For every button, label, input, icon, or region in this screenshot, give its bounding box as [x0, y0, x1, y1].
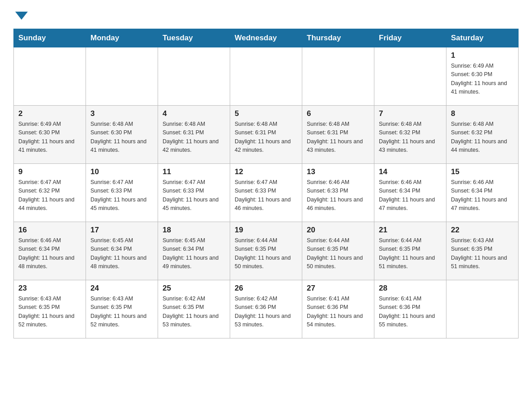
day-info: Sunrise: 6:45 AM Sunset: 6:34 PM Dayligh…: [90, 236, 153, 271]
day-info: Sunrise: 6:47 AM Sunset: 6:33 PM Dayligh…: [235, 178, 297, 213]
calendar-cell: 23Sunrise: 6:43 AM Sunset: 6:35 PM Dayli…: [14, 280, 86, 338]
day-info: Sunrise: 6:41 AM Sunset: 6:36 PM Dayligh…: [307, 295, 369, 330]
calendar-week-row: 2Sunrise: 6:49 AM Sunset: 6:30 PM Daylig…: [14, 106, 519, 164]
weekday-header-wednesday: Wednesday: [230, 29, 302, 47]
weekday-header-thursday: Thursday: [302, 29, 374, 47]
calendar-cell: 1Sunrise: 6:49 AM Sunset: 6:30 PM Daylig…: [446, 47, 519, 106]
day-info: Sunrise: 6:44 AM Sunset: 6:35 PM Dayligh…: [307, 236, 369, 271]
calendar-table: SundayMondayTuesdayWednesdayThursdayFrid…: [13, 29, 519, 338]
day-info: Sunrise: 6:46 AM Sunset: 6:34 PM Dayligh…: [18, 236, 81, 271]
calendar-cell: [446, 280, 519, 338]
day-number: 27: [307, 284, 369, 293]
day-info: Sunrise: 6:43 AM Sunset: 6:35 PM Dayligh…: [90, 295, 153, 330]
calendar-cell: [374, 47, 446, 106]
day-number: 15: [451, 167, 514, 176]
calendar-cell: 21Sunrise: 6:44 AM Sunset: 6:35 PM Dayli…: [374, 222, 446, 280]
calendar-cell: 11Sunrise: 6:47 AM Sunset: 6:33 PM Dayli…: [158, 164, 230, 222]
day-info: Sunrise: 6:48 AM Sunset: 6:31 PM Dayligh…: [307, 120, 369, 155]
calendar-cell: 7Sunrise: 6:48 AM Sunset: 6:32 PM Daylig…: [374, 106, 446, 164]
day-number: 10: [90, 167, 153, 176]
calendar-cell: 28Sunrise: 6:41 AM Sunset: 6:36 PM Dayli…: [374, 280, 446, 338]
calendar-cell: 9Sunrise: 6:47 AM Sunset: 6:32 PM Daylig…: [14, 164, 86, 222]
calendar-cell: 20Sunrise: 6:44 AM Sunset: 6:35 PM Dayli…: [302, 222, 374, 280]
day-number: 12: [235, 167, 297, 176]
logo: [13, 9, 28, 20]
weekday-header-row: SundayMondayTuesdayWednesdayThursdayFrid…: [14, 29, 519, 47]
day-info: Sunrise: 6:44 AM Sunset: 6:35 PM Dayligh…: [379, 236, 442, 271]
calendar-cell: 24Sunrise: 6:43 AM Sunset: 6:35 PM Dayli…: [86, 280, 158, 338]
calendar-cell: 13Sunrise: 6:46 AM Sunset: 6:33 PM Dayli…: [302, 164, 374, 222]
day-number: 17: [90, 226, 153, 235]
calendar-cell: 26Sunrise: 6:42 AM Sunset: 6:36 PM Dayli…: [230, 280, 302, 338]
day-number: 16: [18, 226, 81, 235]
day-number: 26: [235, 284, 297, 293]
page-header: [13, 9, 519, 20]
day-info: Sunrise: 6:47 AM Sunset: 6:33 PM Dayligh…: [163, 178, 225, 213]
calendar-week-row: 16Sunrise: 6:46 AM Sunset: 6:34 PM Dayli…: [14, 222, 519, 280]
calendar-cell: 16Sunrise: 6:46 AM Sunset: 6:34 PM Dayli…: [14, 222, 86, 280]
weekday-header-friday: Friday: [374, 29, 446, 47]
calendar-cell: 12Sunrise: 6:47 AM Sunset: 6:33 PM Dayli…: [230, 164, 302, 222]
day-info: Sunrise: 6:43 AM Sunset: 6:35 PM Dayligh…: [451, 236, 514, 271]
calendar-cell: 22Sunrise: 6:43 AM Sunset: 6:35 PM Dayli…: [446, 222, 519, 280]
day-info: Sunrise: 6:46 AM Sunset: 6:34 PM Dayligh…: [451, 178, 514, 213]
calendar-cell: [86, 47, 158, 106]
calendar-cell: 19Sunrise: 6:44 AM Sunset: 6:35 PM Dayli…: [230, 222, 302, 280]
calendar-cell: 5Sunrise: 6:48 AM Sunset: 6:31 PM Daylig…: [230, 106, 302, 164]
calendar-cell: 17Sunrise: 6:45 AM Sunset: 6:34 PM Dayli…: [86, 222, 158, 280]
day-info: Sunrise: 6:48 AM Sunset: 6:31 PM Dayligh…: [235, 120, 297, 155]
day-number: 21: [379, 226, 442, 235]
calendar-cell: 25Sunrise: 6:42 AM Sunset: 6:35 PM Dayli…: [158, 280, 230, 338]
weekday-header-tuesday: Tuesday: [158, 29, 230, 47]
calendar-cell: 18Sunrise: 6:45 AM Sunset: 6:34 PM Dayli…: [158, 222, 230, 280]
calendar-cell: 3Sunrise: 6:48 AM Sunset: 6:30 PM Daylig…: [86, 106, 158, 164]
day-info: Sunrise: 6:46 AM Sunset: 6:33 PM Dayligh…: [307, 178, 369, 213]
calendar-cell: 4Sunrise: 6:48 AM Sunset: 6:31 PM Daylig…: [158, 106, 230, 164]
calendar-cell: 15Sunrise: 6:46 AM Sunset: 6:34 PM Dayli…: [446, 164, 519, 222]
day-info: Sunrise: 6:42 AM Sunset: 6:35 PM Dayligh…: [163, 295, 225, 330]
calendar-cell: 8Sunrise: 6:48 AM Sunset: 6:32 PM Daylig…: [446, 106, 519, 164]
day-number: 5: [235, 109, 297, 118]
day-number: 4: [163, 109, 225, 118]
weekday-header-monday: Monday: [86, 29, 158, 47]
day-number: 25: [163, 284, 225, 293]
day-number: 22: [451, 226, 514, 235]
calendar-week-row: 9Sunrise: 6:47 AM Sunset: 6:32 PM Daylig…: [14, 164, 519, 222]
day-info: Sunrise: 6:41 AM Sunset: 6:36 PM Dayligh…: [379, 295, 442, 330]
weekday-header-saturday: Saturday: [446, 29, 519, 47]
day-number: 9: [18, 167, 81, 176]
day-number: 8: [451, 109, 514, 118]
day-info: Sunrise: 6:48 AM Sunset: 6:32 PM Dayligh…: [451, 120, 514, 155]
calendar-week-row: 1Sunrise: 6:49 AM Sunset: 6:30 PM Daylig…: [14, 47, 519, 106]
day-number: 11: [163, 167, 225, 176]
day-info: Sunrise: 6:48 AM Sunset: 6:30 PM Dayligh…: [90, 120, 153, 155]
calendar-cell: 27Sunrise: 6:41 AM Sunset: 6:36 PM Dayli…: [302, 280, 374, 338]
day-number: 3: [90, 109, 153, 118]
day-info: Sunrise: 6:46 AM Sunset: 6:34 PM Dayligh…: [379, 178, 442, 213]
calendar-cell: 6Sunrise: 6:48 AM Sunset: 6:31 PM Daylig…: [302, 106, 374, 164]
day-number: 24: [90, 284, 153, 293]
day-info: Sunrise: 6:48 AM Sunset: 6:31 PM Dayligh…: [163, 120, 225, 155]
day-info: Sunrise: 6:42 AM Sunset: 6:36 PM Dayligh…: [235, 295, 297, 330]
calendar-cell: [14, 47, 86, 106]
day-number: 18: [163, 226, 225, 235]
calendar-cell: 14Sunrise: 6:46 AM Sunset: 6:34 PM Dayli…: [374, 164, 446, 222]
calendar-cell: [230, 47, 302, 106]
day-info: Sunrise: 6:47 AM Sunset: 6:33 PM Dayligh…: [90, 178, 153, 213]
day-number: 7: [379, 109, 442, 118]
day-number: 13: [307, 167, 369, 176]
day-info: Sunrise: 6:45 AM Sunset: 6:34 PM Dayligh…: [163, 236, 225, 271]
calendar-cell: [158, 47, 230, 106]
day-info: Sunrise: 6:49 AM Sunset: 6:30 PM Dayligh…: [451, 62, 514, 97]
calendar-cell: 10Sunrise: 6:47 AM Sunset: 6:33 PM Dayli…: [86, 164, 158, 222]
calendar-cell: 2Sunrise: 6:49 AM Sunset: 6:30 PM Daylig…: [14, 106, 86, 164]
weekday-header-sunday: Sunday: [14, 29, 86, 47]
day-number: 2: [18, 109, 81, 118]
calendar-week-row: 23Sunrise: 6:43 AM Sunset: 6:35 PM Dayli…: [14, 280, 519, 338]
day-info: Sunrise: 6:44 AM Sunset: 6:35 PM Dayligh…: [235, 236, 297, 271]
day-info: Sunrise: 6:49 AM Sunset: 6:30 PM Dayligh…: [18, 120, 81, 155]
logo-arrow-icon: [15, 12, 28, 20]
day-number: 28: [379, 284, 442, 293]
day-number: 20: [307, 226, 369, 235]
day-number: 19: [235, 226, 297, 235]
